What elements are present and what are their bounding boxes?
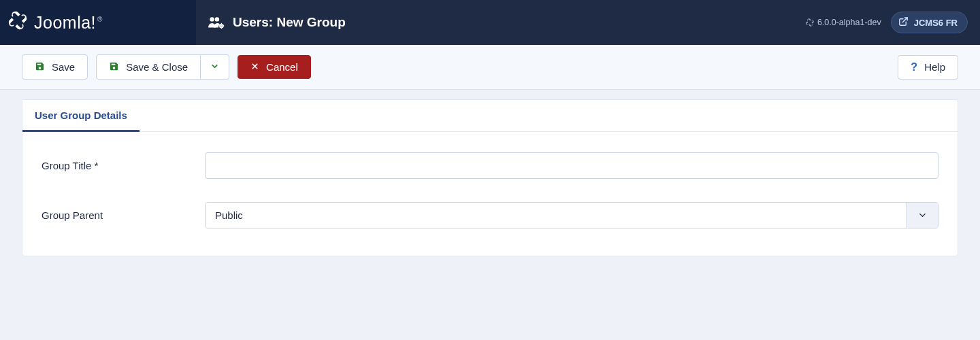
save-close-group: Save & Close [96, 54, 229, 80]
version-chip[interactable]: 6.0.0-alpha1-dev [806, 18, 881, 27]
svg-point-2 [220, 24, 223, 27]
form-body: Group Title * Group Parent Public [22, 132, 958, 256]
help-icon: ? [911, 62, 917, 73]
chevron-down-icon [906, 203, 938, 228]
users-cog-icon [208, 16, 225, 29]
svg-point-0 [210, 17, 214, 21]
save-button[interactable]: Save [22, 54, 88, 80]
group-parent-label: Group Parent [42, 209, 205, 221]
app-header: Joomla!® Users: New Group 6.0.0-alpha1-d… [0, 0, 980, 45]
svg-line-3 [902, 18, 907, 22]
cancel-button[interactable]: Cancel [238, 55, 311, 79]
version-label: 6.0.0-alpha1-dev [817, 18, 881, 27]
save-icon [35, 61, 45, 73]
help-label: Help [924, 62, 945, 72]
tab-user-group-details[interactable]: User Group Details [22, 100, 140, 132]
svg-point-1 [215, 17, 219, 21]
form-row-group-parent: Group Parent Public [42, 202, 938, 228]
chevron-down-icon [210, 62, 219, 72]
form-row-group-title: Group Title * [42, 152, 938, 179]
header-right: 6.0.0-alpha1-dev JCMS6 FR [794, 0, 980, 45]
save-label: Save [52, 62, 75, 72]
save-close-label: Save & Close [126, 62, 188, 72]
group-title-input[interactable] [205, 152, 938, 179]
brand-area[interactable]: Joomla!® [0, 0, 196, 45]
external-link-icon [898, 16, 909, 29]
tab-bar: User Group Details [22, 100, 958, 132]
save-close-button[interactable]: Save & Close [96, 54, 201, 80]
close-icon [250, 62, 259, 72]
page-title-area: Users: New Group [196, 0, 794, 45]
help-button[interactable]: ? Help [898, 55, 958, 80]
site-pill-label: JCMS6 FR [914, 18, 958, 28]
form-card: User Group Details Group Title * Group P… [22, 99, 958, 256]
group-parent-selected-value: Public [206, 203, 906, 228]
page-title: Users: New Group [233, 15, 346, 30]
toolbar: Save Save & Close Cancel ? Help [0, 45, 980, 90]
save-close-dropdown-toggle[interactable] [201, 54, 229, 80]
site-link-pill[interactable]: JCMS6 FR [891, 12, 968, 33]
save-icon [109, 61, 119, 73]
joomla-logo-icon [8, 11, 34, 34]
brand-name: Joomla!® [34, 13, 103, 33]
group-parent-select[interactable]: Public [205, 202, 938, 228]
group-title-label: Group Title * [42, 160, 205, 171]
cancel-label: Cancel [266, 62, 298, 72]
main-content: User Group Details Group Title * Group P… [0, 90, 980, 278]
